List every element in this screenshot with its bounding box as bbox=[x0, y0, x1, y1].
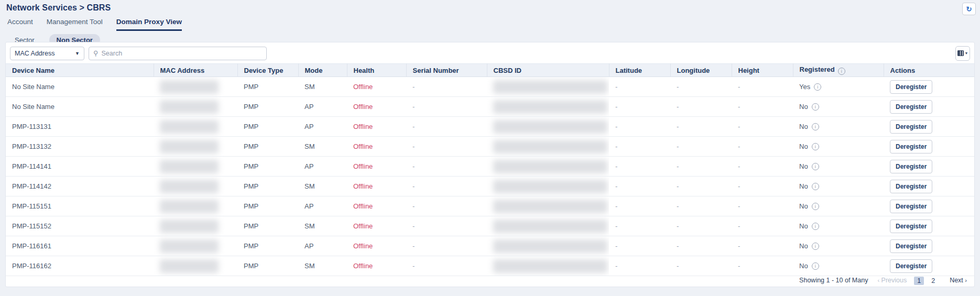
next-page-button[interactable]: Next › bbox=[950, 277, 967, 284]
deregister-button[interactable]: Deregister bbox=[890, 140, 932, 154]
deregister-button[interactable]: Deregister bbox=[890, 259, 932, 273]
latitude-cell: - bbox=[609, 216, 670, 236]
info-icon[interactable]: i bbox=[812, 183, 819, 190]
redacted-mac-blur bbox=[160, 180, 219, 193]
redacted-mac-blur bbox=[160, 259, 219, 273]
health-cell: Offline bbox=[347, 236, 406, 256]
mode-cell: SM bbox=[298, 77, 347, 97]
column-header-device-type: Device Type bbox=[237, 64, 298, 77]
info-icon[interactable]: i bbox=[814, 83, 821, 91]
column-header-cbsd-id: CBSD ID bbox=[487, 64, 609, 77]
device-type-cell: PMP bbox=[237, 137, 298, 157]
info-icon[interactable]: i bbox=[812, 223, 819, 230]
info-icon[interactable]: i bbox=[812, 262, 819, 270]
serial-number-cell: - bbox=[406, 177, 487, 196]
chevron-down-icon: ▼ bbox=[75, 51, 80, 56]
deregister-button[interactable]: Deregister bbox=[890, 120, 932, 134]
serial-number-cell: - bbox=[406, 77, 487, 97]
mac-address-cell bbox=[154, 157, 237, 177]
device-name-cell: PMP-114142 bbox=[6, 177, 154, 196]
redacted-mac-blur bbox=[160, 239, 219, 253]
info-icon[interactable]: i bbox=[812, 143, 819, 150]
latitude-cell: - bbox=[609, 117, 670, 137]
cbsd-id-cell bbox=[487, 117, 609, 137]
longitude-cell: - bbox=[670, 157, 732, 177]
latitude-cell: - bbox=[609, 137, 670, 157]
cbsd-id-cell bbox=[487, 177, 609, 196]
latitude-cell: - bbox=[609, 236, 670, 256]
actions-cell: Deregister bbox=[884, 256, 974, 276]
deregister-button[interactable]: Deregister bbox=[890, 100, 932, 114]
device-type-cell: PMP bbox=[237, 77, 298, 97]
height-cell: - bbox=[732, 256, 793, 276]
device-name-cell: No Site Name bbox=[6, 97, 154, 117]
deregister-button[interactable]: Deregister bbox=[890, 160, 932, 173]
health-cell: Offline bbox=[347, 157, 406, 177]
registered-value: No bbox=[799, 142, 808, 150]
redacted-mac-blur bbox=[160, 140, 219, 154]
mac-address-cell bbox=[154, 117, 237, 137]
actions-cell: Deregister bbox=[884, 216, 974, 236]
mac-address-cell bbox=[154, 97, 237, 117]
info-icon[interactable]: i bbox=[838, 68, 845, 75]
longitude-cell: - bbox=[670, 117, 732, 137]
longitude-cell: - bbox=[670, 196, 732, 216]
cbsd-id-cell bbox=[487, 77, 609, 97]
registered-cell: No i bbox=[793, 157, 884, 177]
actions-cell: Deregister bbox=[884, 196, 974, 216]
device-name-cell: PMP-113131 bbox=[6, 117, 154, 137]
redacted-mac-blur bbox=[160, 200, 219, 213]
redacted-cbsd-blur bbox=[493, 100, 607, 114]
cbsd-id-cell bbox=[487, 157, 609, 177]
info-icon[interactable]: i bbox=[812, 163, 819, 170]
info-icon[interactable]: i bbox=[812, 123, 819, 130]
info-icon[interactable]: i bbox=[812, 243, 819, 250]
longitude-cell: - bbox=[670, 137, 732, 157]
deregister-button[interactable]: Deregister bbox=[890, 180, 932, 193]
redacted-cbsd-blur bbox=[493, 220, 607, 233]
table-row: PMP-113131 PMP AP Offline - - - - No i D… bbox=[6, 117, 974, 137]
device-type-cell: PMP bbox=[237, 97, 298, 117]
search-icon: ⚲ bbox=[93, 49, 99, 57]
tab-management-tool[interactable]: Management Tool bbox=[47, 18, 103, 31]
filter-column-dropdown[interactable]: MAC Address ▼ bbox=[10, 47, 84, 60]
redacted-mac-blur bbox=[160, 100, 219, 114]
device-name-cell: PMP-113132 bbox=[6, 137, 154, 157]
actions-cell: Deregister bbox=[884, 177, 974, 196]
registered-value: Yes bbox=[799, 83, 810, 91]
serial-number-cell: - bbox=[406, 256, 487, 276]
tab-domain-proxy-view[interactable]: Domain Proxy View bbox=[116, 18, 182, 31]
mac-address-cell bbox=[154, 137, 237, 157]
search-input[interactable] bbox=[102, 50, 262, 57]
device-type-cell: PMP bbox=[237, 256, 298, 276]
deregister-button[interactable]: Deregister bbox=[890, 200, 932, 213]
redacted-cbsd-blur bbox=[493, 120, 607, 134]
mode-cell: SM bbox=[298, 137, 347, 157]
refresh-button[interactable]: ↻ bbox=[962, 3, 976, 15]
info-icon[interactable]: i bbox=[812, 103, 819, 111]
redacted-cbsd-blur bbox=[493, 259, 607, 273]
previous-page-button[interactable]: ‹ Previous bbox=[877, 277, 907, 284]
page-number-1[interactable]: 1 bbox=[914, 277, 924, 285]
health-cell: Offline bbox=[347, 117, 406, 137]
page-number-2[interactable]: 2 bbox=[928, 277, 938, 285]
info-icon[interactable]: i bbox=[812, 203, 819, 210]
redacted-mac-blur bbox=[160, 220, 219, 233]
tab-account[interactable]: Account bbox=[7, 18, 33, 31]
registered-cell: No i bbox=[793, 196, 884, 216]
redacted-mac-blur bbox=[160, 120, 219, 134]
chevron-down-icon: ▼ bbox=[965, 51, 968, 55]
registered-cell: No i bbox=[793, 216, 884, 236]
column-header-mac-address: MAC Address bbox=[154, 64, 237, 77]
mac-address-cell bbox=[154, 216, 237, 236]
deregister-button[interactable]: Deregister bbox=[890, 220, 932, 233]
registered-cell: No i bbox=[793, 256, 884, 276]
latitude-cell: - bbox=[609, 157, 670, 177]
column-picker-button[interactable]: ▼ bbox=[955, 46, 970, 61]
longitude-cell: - bbox=[670, 236, 732, 256]
device-type-cell: PMP bbox=[237, 117, 298, 137]
cbsd-id-cell bbox=[487, 97, 609, 117]
deregister-button[interactable]: Deregister bbox=[890, 239, 932, 253]
table-row: PMP-114141 PMP AP Offline - - - - No i D… bbox=[6, 157, 974, 177]
deregister-button[interactable]: Deregister bbox=[890, 80, 932, 94]
